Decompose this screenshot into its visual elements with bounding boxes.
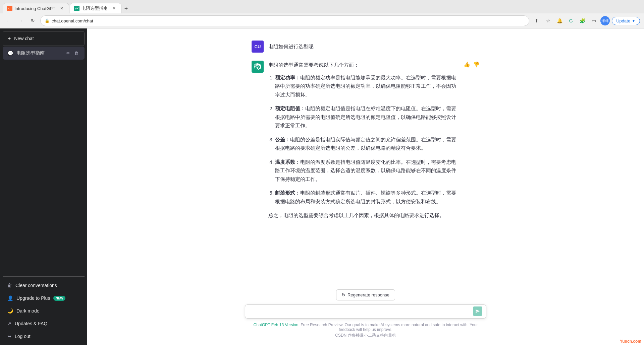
sidebar: + New chat 💬 电阻选型指南 ✏ 🗑 🗑 Clear conversa… — [0, 28, 87, 345]
sidebar-bottom: 🗑 Clear conversations 👤 Upgrade to Plus … — [3, 276, 85, 342]
regenerate-label: Regenerate response — [347, 292, 389, 297]
point-item: 封装形式：电阻的封装形式通常有贴片、插件、螺旋等多种形式。在选型时，需要根据电路… — [275, 189, 458, 206]
sidebar-spacer — [3, 60, 85, 276]
assistant-content: 电阻的选型通常需要考虑以下几个方面： 额定功率：电阻的额定功率是指电阻能够承受的… — [268, 61, 480, 220]
user-question: 电阻如何进行选型呢 — [268, 41, 314, 51]
lock-icon: 🔒 — [45, 18, 50, 23]
new-chat-label: New chat — [14, 36, 34, 41]
dark-mode-label: Dark mode — [16, 308, 39, 314]
forward-button[interactable]: → — [16, 16, 25, 25]
clear-conversations-button[interactable]: 🗑 Clear conversations — [3, 279, 85, 291]
point-item: 额定电阻值：电阻的额定电阻值是指电阻在标准温度下的电阻值。在选型时，需要根据电路… — [275, 104, 458, 130]
moon-icon: 🌙 — [7, 308, 13, 314]
profile-avatar[interactable]: 海棒 — [600, 16, 610, 25]
tab2-favicon — [74, 6, 79, 11]
google-translate-icon[interactable]: G — [566, 16, 576, 25]
refresh-button[interactable]: ↻ — [28, 16, 38, 25]
chat-input[interactable] — [245, 304, 486, 319]
points-list: 额定功率：电阻的额定功率是指电阻能够承受的最大功率。在选型时，需要根据电路中所需… — [268, 73, 458, 206]
point-item: 温度系数：电阻的温度系数是指电阻值随温度变化的比率。在选型时，需要考虑电路工作环… — [275, 158, 458, 184]
svg-text:C: C — [8, 7, 10, 10]
edit-conversation-button[interactable]: ✏ — [65, 50, 71, 56]
watermark: Yuucn.com — [620, 339, 641, 344]
log-out-label: Log out — [15, 334, 31, 339]
send-button[interactable] — [473, 306, 482, 316]
extensions-icon[interactable]: 🧩 — [578, 16, 587, 25]
updates-faq-label: Updates & FAQ — [15, 321, 47, 326]
assistant-summary: 总之，电阻的选型需要综合考虑以上几个因素，根据具体的电路要求进行选择。 — [268, 211, 458, 220]
upgrade-to-plus-button[interactable]: 👤 Upgrade to Plus NEW — [3, 292, 85, 304]
tab1-favicon: C — [7, 6, 12, 11]
regenerate-button[interactable]: ↻ Regenerate response — [336, 289, 395, 300]
user-avatar: CU — [252, 41, 264, 53]
footer-sub: CSDN @鲁棒最小二乘支持向量机 — [245, 333, 486, 338]
point-item: 额定功率：电阻的额定功率是指电阻能够承受的最大功率。在选型时，需要根据电路中所需… — [275, 73, 458, 99]
address-text: chat.openai.com/chat — [52, 18, 525, 23]
input-area — [245, 304, 486, 320]
notifications-icon[interactable]: 🔔 — [555, 16, 564, 25]
bottom-area: ↻ Regenerate response ChatGPT Feb 13 Ver… — [87, 285, 644, 345]
assistant-message: 电阻的选型通常需要考虑以下几个方面： 额定功率：电阻的额定功率是指电阻能够承受的… — [252, 61, 480, 220]
chat-item-label: 电阻选型指南 — [16, 50, 62, 56]
chat-area: CU 电阻如何进行选型呢 电阻的选型通常需要考虑以下几个方面： — [87, 28, 644, 285]
tab2-label: 电阻选型指南 — [82, 5, 108, 11]
main-content: CU 电阻如何进行选型呢 电阻的选型通常需要考虑以下几个方面： — [87, 28, 644, 345]
updates-faq-button[interactable]: ↗ Updates & FAQ — [3, 318, 85, 330]
upgrade-label: Upgrade to Plus — [16, 295, 50, 301]
logout-icon: ↪ — [7, 334, 11, 339]
update-button[interactable]: Update ▼ — [612, 17, 640, 25]
address-bar-row: ← → ↻ 🔒 chat.openai.com/chat ⬆ ☆ 🔔 G 🧩 ▭… — [0, 13, 644, 28]
external-link-icon: ↗ — [7, 321, 11, 326]
new-badge: NEW — [53, 296, 65, 301]
share-icon[interactable]: ⬆ — [532, 16, 541, 25]
chat-item-resistor[interactable]: 💬 电阻选型指南 ✏ 🗑 — [3, 47, 85, 60]
assistant-text: 电阻的选型通常需要考虑以下几个方面： 额定功率：电阻的额定功率是指电阻能够承受的… — [268, 61, 458, 220]
message-wrapper: CU 电阻如何进行选型呢 电阻的选型通常需要考虑以下几个方面： — [245, 35, 486, 233]
new-chat-icon: + — [8, 36, 11, 42]
footer-text: ChatGPT Feb 13 Version. Free Research Pr… — [245, 323, 486, 332]
point-item: 公差：电阻的公差是指电阻实际值与额定值之间的允许偏差范围。在选型时，需要根据电路… — [275, 135, 458, 152]
bookmark-icon[interactable]: ☆ — [543, 16, 553, 25]
regenerate-icon: ↻ — [342, 292, 345, 297]
trash-icon: 🗑 — [7, 283, 12, 288]
address-bar[interactable]: 🔒 chat.openai.com/chat — [40, 15, 529, 26]
user-avatar-text: CU — [255, 44, 261, 49]
app: + New chat 💬 电阻选型指南 ✏ 🗑 🗑 Clear conversa… — [0, 28, 644, 345]
toolbar-right: ⬆ ☆ 🔔 G 🧩 ▭ 海棒 Update ▼ — [532, 16, 640, 25]
thumbs-down-button[interactable]: 👎 — [473, 61, 480, 68]
new-tab-button[interactable]: + — [121, 4, 131, 13]
user-message: CU 电阻如何进行选型呢 — [252, 41, 480, 53]
dark-mode-button[interactable]: 🌙 Dark mode — [3, 305, 85, 317]
delete-conversation-button[interactable]: 🗑 — [73, 50, 80, 56]
assistant-avatar — [252, 61, 264, 73]
assistant-intro: 电阻的选型通常需要考虑以下几个方面： — [268, 61, 458, 69]
chat-item-actions: ✏ 🗑 — [65, 50, 80, 56]
thumbs-up-button[interactable]: 👍 — [464, 61, 470, 68]
user-icon: 👤 — [7, 295, 13, 301]
tab1-close[interactable]: ✕ — [59, 5, 65, 11]
tab2-close[interactable]: ✕ — [111, 5, 117, 11]
footer-rest: . Free Research Preview. Our goal is to … — [298, 323, 478, 332]
tab-resistor[interactable]: 电阻选型指南 ✕ — [70, 3, 121, 13]
browser-chrome: C Introducing ChatGPT ✕ 电阻选型指南 ✕ + ← → ↻… — [0, 0, 644, 28]
sidebar-icon[interactable]: ▭ — [589, 16, 598, 25]
tab1-label: Introducing ChatGPT — [14, 6, 55, 11]
tab-introducing[interactable]: C Introducing ChatGPT ✕ — [3, 3, 69, 13]
clear-conversations-label: Clear conversations — [15, 283, 57, 288]
chat-item-icon: 💬 — [7, 51, 13, 56]
tab-bar: C Introducing ChatGPT ✕ 电阻选型指南 ✕ + — [0, 0, 644, 13]
new-chat-button[interactable]: + New chat — [3, 31, 85, 46]
back-button[interactable]: ← — [4, 16, 13, 25]
log-out-button[interactable]: ↪ Log out — [3, 330, 85, 342]
footer-link[interactable]: ChatGPT Feb 13 Version — [254, 323, 299, 327]
